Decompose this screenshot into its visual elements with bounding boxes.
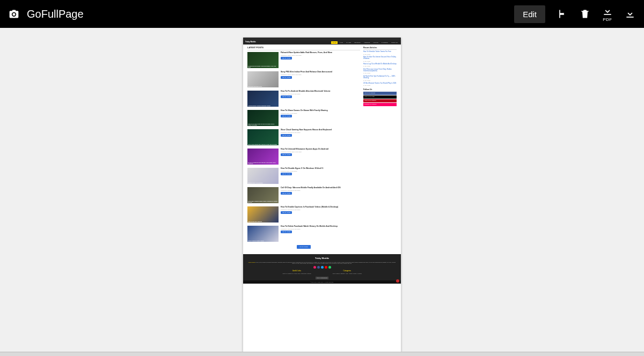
app-topbar: GoFullPage Edit PDF (0, 0, 644, 28)
download-pdf-icon[interactable]: PDF (602, 6, 613, 22)
topbar-right: Edit PDF (514, 5, 635, 23)
pdf-label: PDF (603, 17, 612, 22)
topbar-left: GoFullPage (9, 8, 84, 20)
camera-icon[interactable] (9, 9, 19, 19)
flag-icon[interactable] (557, 9, 568, 19)
app-title: GoFullPage (27, 8, 84, 20)
download-image-icon[interactable] (625, 9, 635, 19)
trash-icon[interactable] (580, 9, 590, 19)
edit-button[interactable]: Edit (514, 5, 545, 23)
